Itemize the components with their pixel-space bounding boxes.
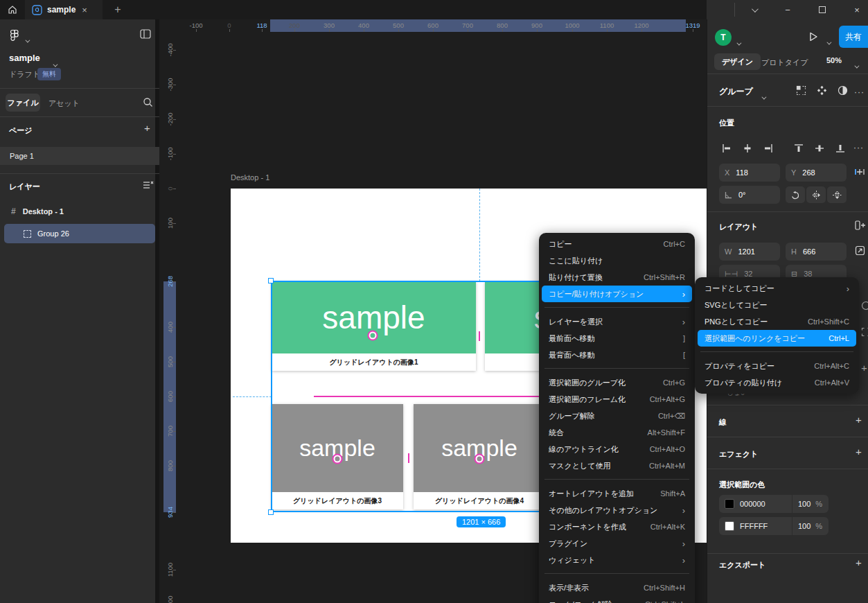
component-icon[interactable] <box>817 85 827 96</box>
maximize-icon[interactable] <box>812 0 833 19</box>
menu-divider <box>700 351 853 352</box>
menu-item[interactable]: コードとしてコピー› <box>695 280 859 297</box>
flip-horizontal-icon[interactable] <box>806 186 826 203</box>
toggle-panel-icon[interactable] <box>140 29 151 39</box>
add-export-icon[interactable]: + <box>856 557 862 568</box>
tab-files[interactable]: ファイル <box>6 94 40 112</box>
resize-to-fit-icon[interactable] <box>855 245 865 259</box>
menu-item[interactable]: マスクとして使用Ctrl+Alt+M <box>539 457 695 474</box>
clip-content-icon[interactable] <box>861 327 868 340</box>
layer-options-icon[interactable] <box>143 181 154 189</box>
menu-item[interactable]: その他のレイアウトオプション› <box>539 502 695 518</box>
rotate-icon[interactable] <box>786 186 805 203</box>
align-horizontal-center-icon[interactable] <box>738 140 757 157</box>
menu-item[interactable]: PNGとしてコピーCtrl+Shift+C <box>695 313 859 330</box>
figma-menu-logo-icon[interactable] <box>9 29 20 41</box>
menu-item[interactable]: ここに貼り付け <box>539 252 695 269</box>
add-fill-icon[interactable]: + <box>861 362 867 374</box>
present-play-icon[interactable] <box>807 30 820 43</box>
color-swatch[interactable] <box>725 499 734 509</box>
menu-item[interactable]: コピー/貼り付けオプション› <box>542 286 692 302</box>
selection-handle-top-left[interactable] <box>268 278 274 283</box>
menu-item[interactable]: 最背面へ移動[ <box>539 347 695 363</box>
menu-item[interactable]: レイヤーを選択› <box>539 313 695 330</box>
file-tab[interactable]: sample × <box>25 0 103 19</box>
menu-item[interactable]: 最前面へ移動] <box>539 330 695 347</box>
frame-title-label[interactable]: Desktop - 1 <box>231 173 269 182</box>
menu-item[interactable]: コピーCtrl+C <box>539 236 695 252</box>
y-position-field[interactable]: Y268 <box>786 164 847 182</box>
page-item[interactable]: Page 1 <box>0 147 159 165</box>
selection-handle-bottom-left[interactable] <box>268 509 274 515</box>
auto-layout-add-icon[interactable] <box>855 220 866 233</box>
ruler-tick-label: 500 <box>166 356 174 367</box>
menu-item[interactable]: 表示/非表示Ctrl+Shift+H <box>539 579 695 596</box>
align-left-icon[interactable] <box>717 140 736 157</box>
window-menu-chevron-icon[interactable] <box>743 0 764 19</box>
menu-item[interactable]: SVGとしてコピー <box>695 297 859 313</box>
selection-color-row[interactable]: FFFFFF100% <box>719 517 829 535</box>
corner-radius-icon[interactable] <box>861 301 868 313</box>
more-options-icon[interactable]: ··· <box>854 87 865 97</box>
avatar[interactable]: T <box>715 29 732 46</box>
add-stroke-icon[interactable]: + <box>856 414 862 426</box>
menu-item-label: ウィジェット <box>549 555 674 566</box>
tab-close-icon[interactable]: × <box>82 5 87 15</box>
menu-item[interactable]: ロック/ロック解除Ctrl+Shift+L <box>539 596 695 603</box>
add-page-icon[interactable]: + <box>144 122 150 134</box>
search-icon[interactable] <box>143 97 153 107</box>
tab-design[interactable]: デザイン <box>714 53 761 70</box>
avatar-chevron-icon[interactable] <box>736 36 740 49</box>
share-button[interactable]: 共有 <box>839 26 868 48</box>
align-bottom-icon[interactable] <box>831 140 850 157</box>
tab-prototype[interactable]: プロトタイプ <box>761 58 808 68</box>
present-chevron-icon[interactable] <box>826 35 830 48</box>
menu-item[interactable]: 選択範囲のフレーム化Ctrl+Alt+G <box>539 391 695 408</box>
align-vertical-center-icon[interactable] <box>810 140 829 157</box>
layer-row-frame[interactable]: # Desktop - 1 <box>0 202 159 220</box>
ruler-tick <box>468 29 468 32</box>
layer-row-group-selected[interactable]: Group 26 <box>4 224 155 243</box>
ruler-tick-label: 118 <box>256 21 267 29</box>
submenu-arrow-icon: › <box>682 555 685 566</box>
menu-item[interactable]: コンポーネントを作成Ctrl+Alt+K <box>539 518 695 535</box>
color-swatch[interactable] <box>725 521 734 531</box>
mask-icon[interactable] <box>838 85 848 96</box>
menu-item[interactable]: 選択範囲へのリンクをコピーCtrl+L <box>698 330 856 347</box>
tab-assets[interactable]: アセット <box>48 98 80 109</box>
menu-item[interactable]: 選択範囲のグループ化Ctrl+G <box>539 374 695 391</box>
height-field[interactable]: H666 <box>786 243 847 261</box>
constraints-icon[interactable] <box>854 166 865 180</box>
selection-type[interactable]: グループ <box>719 86 753 98</box>
menu-item[interactable]: 線のアウトライン化Ctrl+Alt+O <box>539 441 695 457</box>
menu-item[interactable]: ウィジェット› <box>539 552 695 568</box>
close-icon[interactable]: × <box>847 0 867 19</box>
zoom-chevron-icon[interactable] <box>854 59 858 71</box>
menu-item[interactable]: グループ解除Ctrl+⌫ <box>539 408 695 424</box>
flip-vertical-icon[interactable] <box>827 186 847 203</box>
new-tab-button[interactable]: + <box>108 0 127 19</box>
menu-item[interactable]: オートレイアウトを追加Shift+A <box>539 485 695 502</box>
align-more-icon[interactable]: ··· <box>853 143 864 152</box>
width-field[interactable]: W1201 <box>719 243 780 261</box>
menu-item[interactable]: プラグイン› <box>539 535 695 552</box>
home-button[interactable] <box>0 0 25 19</box>
component-set-icon[interactable] <box>796 85 806 96</box>
minimize-icon[interactable]: − <box>777 0 798 19</box>
snap-guide-horizontal <box>233 396 272 397</box>
selection-color-row[interactable]: 000000100% <box>719 495 829 513</box>
align-right-icon[interactable] <box>759 140 778 157</box>
menu-item[interactable]: プロパティの貼り付けCtrl+Alt+V <box>695 374 859 391</box>
zoom-level[interactable]: 50% <box>826 56 842 64</box>
add-effect-icon[interactable]: + <box>856 446 862 457</box>
rotation-field[interactable]: 0° <box>719 186 780 204</box>
selection-type-chevron-icon[interactable] <box>761 90 765 103</box>
x-position-field[interactable]: X118 <box>719 164 780 182</box>
menu-item[interactable]: 統合Alt+Shift+F <box>539 424 695 441</box>
menu-item[interactable]: 貼り付けて置換Ctrl+Shift+R <box>539 269 695 286</box>
menu-item-shortcut: Ctrl+⌫ <box>658 412 685 421</box>
file-name[interactable]: sample <box>9 53 40 63</box>
menu-item[interactable]: プロパティをコピーCtrl+Alt+C <box>695 358 859 374</box>
figma-menu-chevron-icon[interactable] <box>25 33 28 46</box>
align-top-icon[interactable] <box>789 140 808 157</box>
